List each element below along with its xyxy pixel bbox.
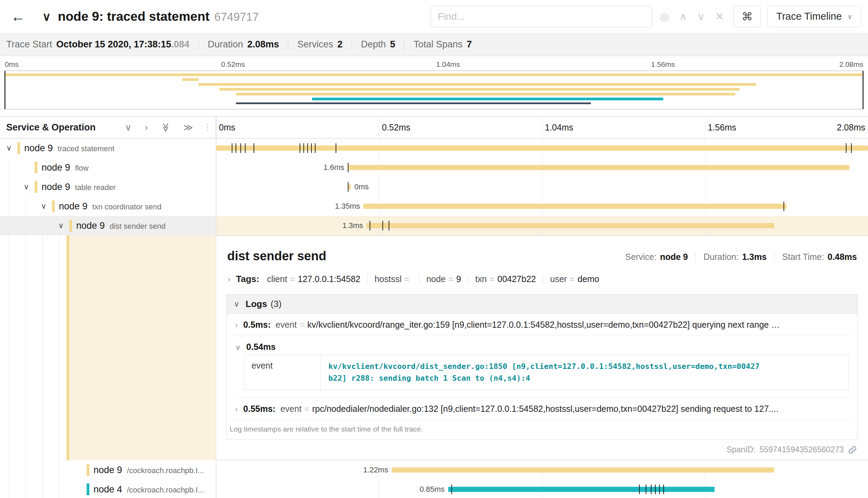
span-bar[interactable]: [366, 223, 774, 228]
span-name-cell[interactable]: node 4/cockroach.roachpb.I...: [0, 480, 216, 498]
divider: [367, 274, 367, 284]
timeline-row[interactable]: ∨node 9traced statement: [0, 138, 868, 158]
span-timeline-cell[interactable]: [216, 138, 868, 158]
tags-row[interactable]: › Tags: client=127.0.0.1:54582hostssl=no…: [228, 274, 857, 284]
tag-key: hostssl: [374, 274, 401, 284]
link-icon[interactable]: [848, 445, 857, 454]
span-name: node 9table reader: [42, 182, 116, 192]
minimap-canvas[interactable]: [4, 71, 864, 109]
summary-item: Services2: [297, 39, 343, 50]
timeline-ruler: 0ms0.52ms1.04ms1.56ms2.08ms: [216, 117, 868, 138]
divider: [696, 252, 696, 262]
span-duration-label: 0ms: [354, 182, 369, 191]
clear-find-icon[interactable]: ✕: [715, 10, 724, 22]
locate-match-icon[interactable]: ◎: [660, 10, 669, 22]
chevron-right-icon[interactable]: ›: [235, 321, 238, 330]
minimap-drag-handle-right[interactable]: [862, 71, 863, 109]
back-button[interactable]: ←: [0, 0, 36, 33]
keyboard-shortcuts-button[interactable]: ⌘: [734, 6, 761, 27]
tag-key: client: [267, 274, 287, 284]
service-name: node 9: [24, 143, 53, 153]
collapse-all-icon[interactable]: ≫: [160, 123, 171, 132]
expand-all-icon[interactable]: ≫: [184, 122, 193, 133]
log-marker: [311, 143, 312, 153]
span-name-cell[interactable]: node 9/cockroach.roachpb.I...: [0, 460, 216, 480]
span-timeline-cell[interactable]: 0ms: [216, 177, 868, 197]
chevron-down-icon[interactable]: ∨: [234, 300, 239, 309]
summary-item: Duration2.08ms: [208, 39, 279, 50]
tags-list: client=127.0.0.1:54582hostssl=node=9txn=…: [267, 274, 599, 284]
span-name-cell[interactable]: ∨node 9traced statement: [0, 138, 216, 158]
span-timeline-cell[interactable]: 1.35ms: [216, 197, 868, 216]
find-input[interactable]: [431, 6, 652, 27]
ruler-tick-label: 0ms: [219, 123, 235, 133]
chevron-right-icon[interactable]: ›: [228, 275, 230, 284]
span-name-cell[interactable]: ∨node 9table reader: [0, 177, 216, 197]
chevron-down-icon[interactable]: ∨: [235, 343, 241, 352]
log-marker: [651, 485, 652, 494]
expand-one-icon[interactable]: ›: [145, 122, 148, 133]
row-collapse-icon[interactable]: ∨: [24, 182, 29, 191]
span-name-cell[interactable]: node 9flow: [0, 158, 216, 177]
trace-view-dropdown[interactable]: Trace Timeline ∨: [768, 6, 861, 27]
timeline-row[interactable]: ∨node 9dist sender send1.3ms: [0, 216, 868, 235]
log-entry[interactable]: ›0.5ms:event=kv/kvclient/kvcoord/range_i…: [232, 314, 852, 336]
equals-sign: =: [300, 320, 305, 330]
trace-summary-bar: Trace StartOctober 15 2020, 17:38:15.084…: [0, 33, 868, 56]
minimap-drag-handle-left[interactable]: [5, 71, 6, 109]
tag-key: node: [426, 274, 446, 284]
timeline-row[interactable]: ∨node 9txn coordinator send1.35ms: [0, 197, 868, 216]
span-timeline-cell[interactable]: 1.6ms: [216, 158, 868, 177]
row-collapse-icon[interactable]: ∨: [41, 202, 46, 211]
span-bar[interactable]: [448, 487, 715, 492]
timeline-row[interactable]: node 9/cockroach.roachpb.I...1.22ms: [0, 460, 868, 480]
next-match-icon[interactable]: ∨: [697, 10, 705, 22]
log-entry[interactable]: ›0.55ms:event=rpc/nodedialer/nodedialer.…: [232, 398, 852, 420]
minimap-span-bar: [236, 93, 736, 96]
summary-label: Duration: [208, 39, 243, 50]
span-name-cell[interactable]: ∨node 9dist sender send: [0, 216, 216, 235]
span-name-cell[interactable]: ∨node 9txn coordinator send: [0, 197, 216, 216]
service-name: node 9: [76, 220, 105, 231]
minimap-span-bar: [182, 78, 199, 81]
operation-name: table reader: [75, 183, 116, 192]
meta-value: node 9: [660, 252, 688, 262]
summary-label: Services: [297, 39, 333, 50]
row-collapse-icon[interactable]: ∨: [58, 221, 64, 230]
operation-name: dist sender send: [110, 222, 166, 230]
equals-sign: =: [570, 274, 575, 284]
log-marker: [382, 221, 383, 230]
minimap-span-bar: [5, 73, 863, 76]
span-timeline-cell[interactable]: 1.22ms: [216, 460, 868, 480]
span-bar[interactable]: [392, 468, 774, 473]
prev-match-icon[interactable]: ∧: [679, 10, 687, 22]
tag-key: user: [550, 274, 567, 284]
collapse-one-icon[interactable]: ∨: [125, 122, 132, 133]
tag-value: 9: [456, 274, 461, 284]
span-color-chip: [35, 162, 37, 173]
operation-name: /cockroach.roachpb.I...: [127, 466, 204, 475]
span-detail-meta: Service:node 9Duration:1.3msStart Time:0…: [625, 252, 857, 263]
log-field-value: kv/kvclient/kvcoord/range_iter.go:159 [n…: [307, 320, 780, 330]
column-resizer[interactable]: ⋮: [203, 123, 211, 132]
span-timeline-cell[interactable]: 1.3ms: [216, 216, 868, 235]
log-entry-header[interactable]: ∨0.54ms: [232, 336, 852, 355]
span-bar[interactable]: [363, 204, 786, 209]
timeline-row[interactable]: node 9flow1.6ms: [0, 158, 868, 177]
span-name: node 9/cockroach.roachpb.I...: [94, 465, 204, 476]
chevron-right-icon[interactable]: ›: [235, 405, 238, 414]
ruler-tick-label: 1.56ms: [708, 123, 736, 133]
span-duration-label: 0.85ms: [419, 485, 444, 494]
row-collapse-icon[interactable]: ∨: [6, 144, 12, 153]
span-name: node 9traced statement: [24, 143, 114, 154]
timeline-row[interactable]: ∨node 9table reader0ms: [0, 177, 868, 197]
timeline-row[interactable]: node 4/cockroach.roachpb.I...0.85ms: [0, 480, 868, 498]
trace-collapse-icon[interactable]: ∨: [42, 10, 51, 24]
log-entry-expanded: ∨0.54mseventkv/kvclient/kvcoord/dist_sen…: [232, 336, 852, 398]
logs-header[interactable]: ∨ Logs (3): [227, 295, 857, 314]
meta-value: 1.3ms: [742, 252, 767, 262]
span-bar[interactable]: [348, 165, 849, 170]
span-timeline-cell[interactable]: 0.85ms: [216, 480, 868, 498]
span-bar[interactable]: [216, 146, 868, 151]
span-color-chip: [17, 142, 20, 154]
